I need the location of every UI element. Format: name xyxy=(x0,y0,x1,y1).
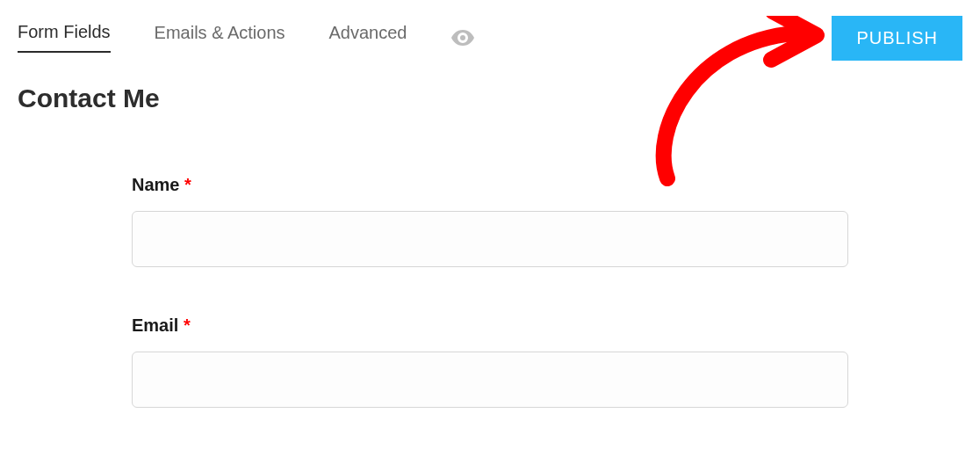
preview-eye-icon[interactable] xyxy=(451,30,474,46)
email-input[interactable] xyxy=(132,352,848,408)
tab-emails-actions[interactable]: Emails & Actions xyxy=(155,23,285,52)
publish-button[interactable]: PUBLISH xyxy=(832,16,962,61)
svg-point-0 xyxy=(460,35,465,40)
name-label-text: Name xyxy=(132,175,179,194)
email-label-text: Email xyxy=(132,315,178,335)
required-asterisk: * xyxy=(184,315,191,335)
field-group-email: Email * xyxy=(132,315,848,408)
tab-form-fields[interactable]: Form Fields xyxy=(18,22,111,53)
name-input[interactable] xyxy=(132,211,848,267)
name-label: Name * xyxy=(132,175,848,195)
email-label: Email * xyxy=(132,315,848,336)
top-bar: Form Fields Emails & Actions Advanced PU… xyxy=(0,0,980,62)
page-title: Contact Me xyxy=(0,62,980,131)
required-asterisk: * xyxy=(184,175,191,194)
form-area: Name * Email * xyxy=(0,131,980,408)
link-icon[interactable] xyxy=(773,22,796,45)
tab-list: Form Fields Emails & Actions Advanced xyxy=(18,22,474,53)
field-group-name: Name * xyxy=(132,175,848,267)
tab-advanced[interactable]: Advanced xyxy=(329,23,407,52)
